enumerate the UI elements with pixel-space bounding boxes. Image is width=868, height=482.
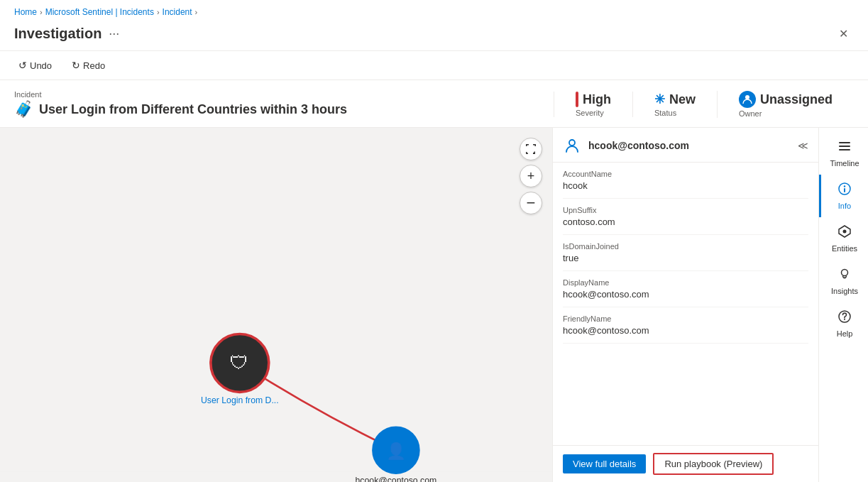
severity-block: High Severity <box>554 92 632 117</box>
incident-label: Incident <box>14 90 554 99</box>
info-icon <box>837 182 852 199</box>
status-value: ✳ New <box>654 92 696 107</box>
right-sidebar: Timeline Info Entities Insights Help <box>818 128 868 482</box>
sidebar-item-insights[interactable]: Insights <box>819 260 868 302</box>
owner-avatar-icon <box>739 91 756 108</box>
breadcrumb-incident[interactable]: Incident <box>163 7 192 17</box>
svg-rect-1 <box>0 138 552 472</box>
page-title: Investigation <box>14 26 101 42</box>
incident-header: Incident 🧳 User Login from Different Cou… <box>0 80 868 128</box>
breadcrumb-sep-3: › <box>195 8 198 16</box>
redo-label: Redo <box>83 60 105 71</box>
detail-field: DisplayName hcook@contoso.com <box>563 271 808 307</box>
svg-text:👤: 👤 <box>386 442 407 461</box>
svg-point-20 <box>844 319 845 320</box>
undo-icon: ↺ <box>18 60 27 71</box>
detail-footer: View full details Run playbook (Preview) <box>553 445 818 482</box>
status-label: Status <box>654 109 676 117</box>
field-label: UpnSuffix <box>563 206 808 214</box>
detail-header: hcook@contoso.com ≪ <box>553 128 818 163</box>
detail-field: AccountName hcook <box>563 163 808 199</box>
breadcrumb-home[interactable]: Home <box>14 7 37 17</box>
status-block: ✳ New Status <box>632 92 717 117</box>
detail-field: UpnSuffix contoso.com <box>563 199 808 235</box>
title-bar: Investigation ··· ✕ <box>0 21 868 51</box>
svg-rect-11 <box>839 149 850 150</box>
svg-point-16 <box>843 230 847 234</box>
field-label: FriendlyName <box>563 314 808 323</box>
incident-title: 🧳 User Login from Different Countries wi… <box>14 100 554 119</box>
fullscreen-button[interactable] <box>520 138 542 160</box>
field-value: hcook <box>563 180 808 191</box>
svg-point-14 <box>844 185 845 187</box>
sidebar-item-timeline[interactable]: Timeline <box>819 132 868 175</box>
severity-bar-icon <box>576 92 578 107</box>
incident-icon: 🧳 <box>14 100 33 119</box>
svg-point-8 <box>569 140 575 146</box>
status-spinner-icon: ✳ <box>654 92 665 107</box>
insights-icon <box>837 267 852 285</box>
timeline-icon <box>837 139 852 157</box>
svg-point-17 <box>842 270 848 276</box>
svg-text:User Login from D...: User Login from D... <box>201 395 279 405</box>
field-label: IsDomainJoined <box>563 242 808 251</box>
view-full-details-button[interactable]: View full details <box>563 454 646 473</box>
field-value: true <box>563 253 808 263</box>
sidebar-label-timeline: Timeline <box>830 159 859 168</box>
detail-panel-title: hcook@contoso.com <box>588 140 689 151</box>
sidebar-label-entities: Entities <box>832 244 857 253</box>
field-value: contoso.com <box>563 217 808 227</box>
entities-icon <box>837 224 852 242</box>
help-icon <box>837 310 852 327</box>
redo-icon: ↻ <box>72 60 80 71</box>
severity-value: High <box>576 92 611 107</box>
undo-button[interactable]: ↺ Undo <box>14 57 56 74</box>
incident-title-text: User Login from Different Countries with… <box>39 102 347 117</box>
field-label: DisplayName <box>563 278 808 287</box>
owner-value: Unassigned <box>739 91 833 108</box>
zoom-out-button[interactable]: − <box>520 192 542 214</box>
investigation-graph[interactable]: 🛡 👤 User Login from D... hcook@contoso.c… <box>0 128 552 482</box>
severity-label: Severity <box>576 109 604 117</box>
zoom-in-button[interactable]: + <box>520 165 542 187</box>
breadcrumb-sep-2: › <box>157 8 160 16</box>
sidebar-item-entities[interactable]: Entities <box>819 217 868 260</box>
detail-field: FriendlyName hcook@contoso.com <box>563 307 808 344</box>
field-value: hcook@contoso.com <box>563 325 808 336</box>
sidebar-label-insights: Insights <box>831 287 858 295</box>
run-playbook-button[interactable]: Run playbook (Preview) <box>653 453 774 475</box>
owner-block: Unassigned Owner <box>717 91 854 118</box>
graph-controls: + − <box>520 138 542 214</box>
svg-rect-9 <box>839 142 850 143</box>
graph-area[interactable]: 🛡 👤 User Login from D... hcook@contoso.c… <box>0 128 552 482</box>
detail-user-icon <box>563 136 581 155</box>
detail-field: IsDomainJoined true <box>563 235 808 271</box>
incident-title-block: Incident 🧳 User Login from Different Cou… <box>14 90 554 119</box>
field-label: AccountName <box>563 170 808 178</box>
owner-label: Owner <box>739 109 762 118</box>
svg-rect-13 <box>844 188 845 192</box>
detail-expand-button[interactable]: ≪ <box>798 140 808 151</box>
sidebar-item-help[interactable]: Help <box>819 302 868 345</box>
breadcrumb-sentinel[interactable]: Microsoft Sentinel | Incidents <box>45 7 154 17</box>
close-button[interactable]: ✕ <box>833 24 854 43</box>
svg-text:🛡: 🛡 <box>230 352 249 373</box>
detail-panel: hcook@contoso.com ≪ AccountName hcookUpn… <box>552 128 818 482</box>
sidebar-label-info: Info <box>838 202 851 210</box>
svg-text:hcook@contoso.com: hcook@contoso.com <box>356 476 437 482</box>
ellipsis-menu[interactable]: ··· <box>109 26 119 41</box>
sidebar-label-help: Help <box>837 329 853 338</box>
detail-body: AccountName hcookUpnSuffix contoso.comIs… <box>553 163 818 445</box>
toolbar: ↺ Undo ↻ Redo <box>0 51 868 80</box>
breadcrumb: Home › Microsoft Sentinel | Incidents › … <box>0 0 868 21</box>
redo-button[interactable]: ↻ Redo <box>67 57 109 74</box>
field-value: hcook@contoso.com <box>563 289 808 300</box>
undo-label: Undo <box>30 60 52 71</box>
svg-point-0 <box>745 95 749 99</box>
sidebar-item-info[interactable]: Info <box>819 175 868 217</box>
main-content: 🛡 👤 User Login from D... hcook@contoso.c… <box>0 128 868 482</box>
breadcrumb-sep-1: › <box>40 8 43 16</box>
svg-rect-10 <box>839 146 850 147</box>
